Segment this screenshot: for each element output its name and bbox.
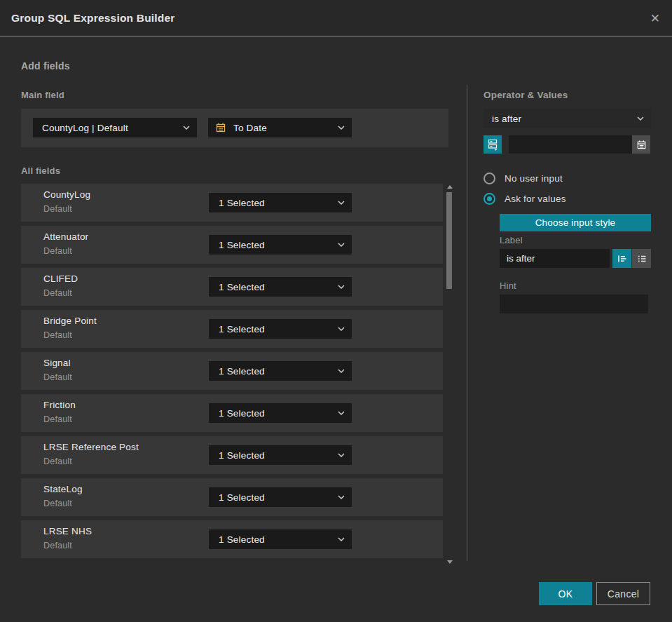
field-sublabel: Default <box>43 414 72 424</box>
field-sublabel: Default <box>43 288 72 298</box>
field-row: Attenuator Default 1 Selected <box>21 226 443 264</box>
radio-label: No user input <box>505 173 563 184</box>
field-row: StateLog Default 1 Selected <box>21 478 443 516</box>
field-selection-dropdown[interactable]: 1 Selected <box>209 193 352 212</box>
main-field-select[interactable]: CountyLog | Default <box>33 118 197 137</box>
chevron-down-icon <box>338 285 345 289</box>
hint-input[interactable] <box>500 295 648 313</box>
field-row: Signal Default 1 Selected <box>21 352 443 390</box>
calendar-icon <box>215 122 226 133</box>
close-icon[interactable]: ✕ <box>647 11 663 26</box>
input-type-button[interactable] <box>484 135 502 154</box>
field-row: Friction Default 1 Selected <box>21 394 443 432</box>
chevron-down-icon <box>338 411 345 415</box>
field-name: LRSE Reference Post <box>43 442 139 452</box>
chevron-down-icon <box>183 126 190 130</box>
field-selection-dropdown[interactable]: 1 Selected <box>209 361 352 381</box>
operator-select-value: is after <box>492 114 521 124</box>
main-field-label: Main field <box>21 90 64 100</box>
radio-icon <box>484 173 495 184</box>
single-line-input-icon <box>617 253 628 264</box>
all-fields-label: All fields <box>21 165 60 176</box>
field-name: CLIFED <box>43 273 78 284</box>
ok-button[interactable]: OK <box>539 582 592 605</box>
list-scrollbar[interactable] <box>446 182 453 565</box>
title-bar: Group SQL Expression Builder ✕ <box>0 0 672 36</box>
field-selection-value: 1 Selected <box>219 240 265 250</box>
choose-input-style-button[interactable]: Choose input style <box>500 214 651 231</box>
field-sublabel: Default <box>43 372 72 382</box>
field-selection-dropdown[interactable]: 1 Selected <box>209 403 352 423</box>
field-selection-dropdown[interactable]: 1 Selected <box>209 529 352 549</box>
field-selection-dropdown[interactable]: 1 Selected <box>209 319 352 339</box>
field-name: Signal <box>43 358 71 368</box>
label-input[interactable] <box>500 249 610 268</box>
field-selection-value: 1 Selected <box>219 198 265 208</box>
group-sql-expression-builder-dialog: Group SQL Expression Builder ✕ Add field… <box>0 0 672 622</box>
field-selection-dropdown[interactable]: 1 Selected <box>209 235 352 255</box>
radio-icon <box>484 193 495 205</box>
field-selection-value: 1 Selected <box>219 534 265 545</box>
field-sublabel: Default <box>43 330 72 340</box>
list-box-icon <box>487 138 498 151</box>
scroll-up-icon[interactable] <box>447 185 453 189</box>
radio-ask-for-values[interactable]: Ask for values <box>484 192 566 205</box>
main-field-select-value: CountyLog | Default <box>42 123 128 133</box>
chevron-down-icon <box>637 116 644 121</box>
chevron-down-icon <box>338 537 345 541</box>
scroll-down-icon[interactable] <box>447 560 453 564</box>
chevron-down-icon <box>338 243 345 247</box>
value-input[interactable] <box>509 135 632 154</box>
field-sublabel: Default <box>43 246 72 256</box>
field-selection-value: 1 Selected <box>219 324 265 334</box>
radio-label: Ask for values <box>505 194 566 204</box>
operator-values-label: Operator & Values <box>484 90 568 100</box>
panel-divider <box>467 86 467 561</box>
field-name: LRSE NHS <box>43 526 92 536</box>
field-selection-dropdown[interactable]: 1 Selected <box>209 277 352 297</box>
operator-select[interactable]: is after <box>484 109 651 128</box>
field-row: LRSE Reference Post Default 1 Selected <box>21 436 443 474</box>
field-sublabel: Default <box>43 499 72 508</box>
label-field-label: Label <box>500 235 523 245</box>
field-selection-value: 1 Selected <box>219 408 265 419</box>
field-row: CountyLog Default 1 Selected <box>21 184 443 222</box>
field-sublabel: Default <box>43 457 72 466</box>
field-name: CountyLog <box>43 189 90 200</box>
field-selection-value: 1 Selected <box>219 450 265 461</box>
field-selection-dropdown[interactable]: 1 Selected <box>209 445 352 465</box>
chevron-down-icon <box>338 495 345 499</box>
field-name: Bridge Point <box>43 316 97 326</box>
chevron-down-icon <box>338 453 345 457</box>
field-name: Friction <box>43 400 76 410</box>
field-name: Attenuator <box>43 231 88 242</box>
field-name: StateLog <box>43 484 83 494</box>
field-selection-value: 1 Selected <box>219 492 265 503</box>
dialog-title: Group SQL Expression Builder <box>11 0 175 36</box>
field-row: LRSE NHS Default 1 Selected <box>21 520 443 558</box>
main-field-type-select[interactable]: To Date <box>208 118 352 137</box>
chevron-down-icon <box>338 126 345 130</box>
cancel-button[interactable]: Cancel <box>596 582 650 605</box>
field-selection-value: 1 Selected <box>219 366 265 377</box>
single-line-style-button[interactable] <box>612 249 631 268</box>
list-style-button[interactable] <box>632 249 651 268</box>
field-selection-value: 1 Selected <box>219 282 265 292</box>
chevron-down-icon <box>338 369 345 373</box>
hint-field-label: Hint <box>500 280 516 291</box>
field-row: CLIFED Default 1 Selected <box>21 268 443 306</box>
all-fields-list: CountyLog Default 1 Selected Attenuator … <box>21 184 443 562</box>
calendar-icon <box>636 140 647 150</box>
date-picker-button[interactable] <box>632 135 650 154</box>
chevron-down-icon <box>338 201 345 205</box>
field-sublabel: Default <box>43 541 72 550</box>
bulleted-list-icon <box>636 253 647 264</box>
radio-no-user-input[interactable]: No user input <box>484 172 563 184</box>
field-row: Bridge Point Default 1 Selected <box>21 310 443 348</box>
chevron-down-icon <box>338 327 345 331</box>
field-selection-dropdown[interactable]: 1 Selected <box>209 487 352 507</box>
main-field-type-value: To Date <box>233 123 267 133</box>
scrollbar-thumb[interactable] <box>446 192 452 289</box>
add-fields-heading: Add fields <box>21 60 70 72</box>
field-sublabel: Default <box>43 204 72 214</box>
